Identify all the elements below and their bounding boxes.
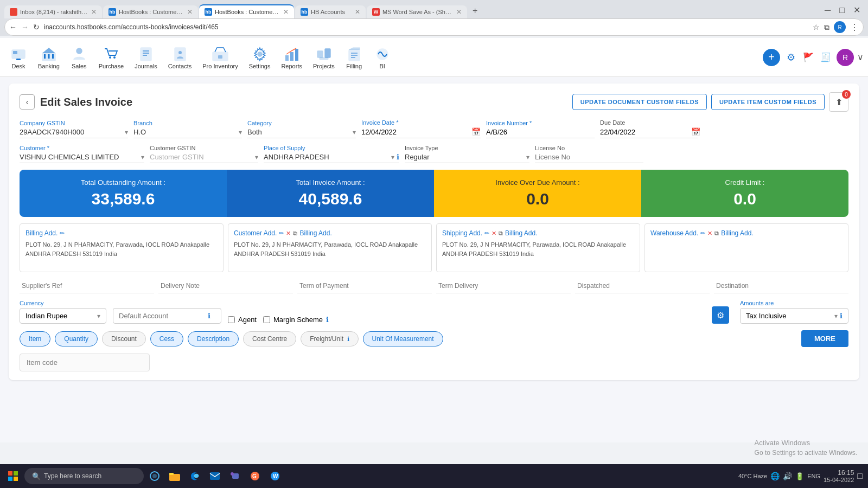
term-of-payment-input[interactable] [297,279,432,293]
invoice-number-input[interactable] [486,128,595,136]
col-toggle-item[interactable]: Item [20,331,50,346]
warehouse-edit-icon[interactable]: ✏ [700,230,705,237]
col-toggle-cost-centre[interactable]: Cost Centre [243,331,296,346]
due-date-calendar-icon[interactable]: 📅 [691,127,700,136]
nav-reload[interactable]: ↻ [33,23,40,31]
customer-copy-icon[interactable]: ⧉ [293,230,297,237]
nav-item-banking[interactable]: Banking [33,41,65,74]
gear-settings-button[interactable]: ⚙ [712,306,729,324]
window-maximize[interactable]: □ [836,4,848,16]
agent-checkbox[interactable] [228,316,235,323]
category-dropdown[interactable]: ▾ [353,129,356,136]
nav-item-reports[interactable]: Reports [276,41,308,74]
item-code-input[interactable] [20,354,150,371]
calendar-icon[interactable]: 📅 [471,127,481,136]
update-item-fields-button[interactable]: UPDATE ITEM CUSTOM FIELDS [711,94,825,110]
tab-close-word[interactable]: ✕ [456,8,462,16]
nav-item-contacts[interactable]: Contacts [163,41,197,74]
dispatched-input[interactable] [575,279,710,293]
nav-back[interactable]: ← [9,23,17,31]
branch-dropdown[interactable]: ▾ [239,129,242,136]
expand-icon[interactable]: ∨ [857,52,864,62]
destination-input[interactable] [714,279,848,293]
window-minimize[interactable]: ─ [821,4,834,16]
browser-tab-gmail[interactable]: Inbox (8,214) - rakshithasu@gm... ✕ [4,5,102,18]
customer-dropdown[interactable]: ▾ [141,153,144,161]
shipping-edit-icon[interactable]: ✏ [484,230,489,237]
bookmark-icon[interactable]: ☆ [813,23,820,31]
col-toggle-freight-unit[interactable]: Freight/Unit ℹ [301,331,358,346]
term-delivery-input[interactable] [436,279,571,293]
customer-delete-icon[interactable]: ✕ [286,230,291,237]
place-dropdown[interactable]: ▾ [391,153,394,161]
nav-item-bi[interactable]: BI [368,41,397,74]
nav-label-settings: Settings [249,63,271,69]
flag-icon[interactable]: 🚩 [800,49,817,66]
browser-tab-hb1[interactable]: hb HostBooks : Customer Portal ✕ [103,5,198,18]
nav-item-sales[interactable]: Sales [65,41,93,74]
shipping-copy-icon[interactable]: ⧉ [499,230,503,237]
window-close[interactable]: ✕ [850,4,864,16]
profile-icon[interactable]: R [834,21,846,33]
billing-edit-icon[interactable]: ✏ [60,230,65,237]
delivery-note-input[interactable] [158,279,293,293]
user-profile-icon[interactable]: R [837,49,854,66]
nav-forward[interactable]: → [21,23,29,31]
more-button[interactable]: MORE [801,330,848,347]
nav-item-journals[interactable]: Journals [129,41,163,74]
warehouse-copy-icon[interactable]: ⧉ [714,230,719,237]
nav-item-desk[interactable]: Desk [4,41,33,74]
tab-close-hb1[interactable]: ✕ [187,8,193,16]
browser-tab-hb2[interactable]: hb HostBooks : Customer Portal ✕ [199,4,294,18]
address-bar[interactable]: inaccounts.hostbooks.com/accounts-books/… [44,23,808,31]
currency-select[interactable]: Indian Rupee ▾ [20,308,106,324]
col-toggle-quantity[interactable]: Quantity [55,331,98,346]
amounts-are-select[interactable]: Tax Inclusive ▾ ℹ [740,308,848,324]
nav-item-purchase[interactable]: Purchase [93,41,129,74]
due-date-field: Due Date 📅 [600,119,698,138]
action-icon-button[interactable]: 0 ⬆ [829,92,848,112]
tab-close-hb2[interactable]: ✕ [283,8,289,16]
company-gstin-dropdown[interactable]: ▾ [125,129,128,136]
margin-scheme-checkbox[interactable] [263,316,270,323]
shipping-add-link[interactable]: Shipping Add. [442,229,482,237]
receipt-icon[interactable]: 🧾 [817,49,834,66]
svg-marker-4 [42,48,55,53]
warehouse-delete-icon[interactable]: ✕ [707,230,712,237]
browser-menu-icon[interactable]: ⋮ [850,22,859,33]
nav-item-projects[interactable]: Projects [308,41,340,74]
add-button[interactable]: + [763,49,780,66]
customer-add-link[interactable]: Customer Add. [234,229,277,237]
invoice-date-input[interactable] [361,128,471,136]
due-date-input[interactable] [600,128,691,136]
shipping-billing-add-link[interactable]: Billing Add. [505,229,537,237]
supplier-ref-input[interactable] [20,279,154,293]
col-toggle-description[interactable]: Description [188,331,239,346]
tab-close-gmail[interactable]: ✕ [91,8,97,16]
shipping-delete-icon[interactable]: ✕ [492,230,496,237]
nav-item-settings[interactable]: Settings [244,41,276,74]
nav-item-pro-inventory[interactable]: Pro Inventory [197,41,243,74]
warehouse-billing-add-link[interactable]: Billing Add. [721,229,753,237]
browser-tab-word[interactable]: W MS Word Save As - (Shortcut Se... ✕ [367,5,467,18]
customer-gstin-dropdown[interactable]: ▾ [255,153,258,161]
settings-gear-icon[interactable]: ⚙ [782,49,800,66]
back-button[interactable]: ‹ [20,94,35,110]
tab-close-hb3[interactable]: ✕ [355,8,360,16]
license-no-field: License No [535,145,643,163]
license-no-input[interactable] [535,153,643,161]
customer-edit-icon[interactable]: ✏ [279,230,284,237]
update-doc-fields-button[interactable]: UPDATE DOCUMENT CUSTOM FIELDS [572,94,707,110]
browser-tab-hb3[interactable]: hb HB Accounts ✕ [295,5,366,18]
new-tab-button[interactable]: + [468,3,482,18]
default-account-input[interactable] [119,312,206,320]
billing-add-link[interactable]: Billing Add. [25,229,58,237]
customer-billing-add-link[interactable]: Billing Add. [299,229,331,237]
nav-item-filling[interactable]: Filling [340,41,368,74]
warehouse-add-link[interactable]: Warehouse Add. [650,229,698,237]
col-toggle-discount[interactable]: Discount [102,331,146,346]
split-screen-icon[interactable]: ⧉ [824,23,829,32]
col-toggle-cess[interactable]: Cess [150,331,183,346]
invoice-type-dropdown[interactable]: ▾ [526,153,529,161]
col-toggle-uom[interactable]: Unit Of Measurement [363,331,443,346]
